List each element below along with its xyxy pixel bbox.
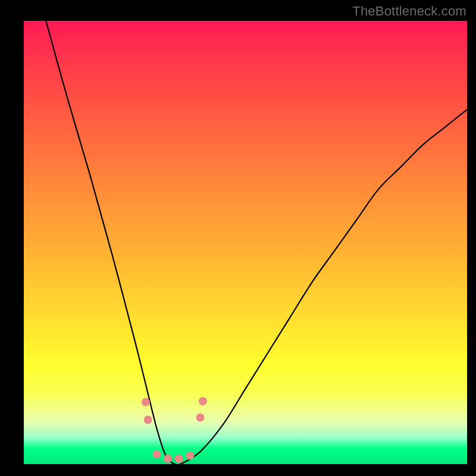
- highlight-marker: [186, 452, 194, 460]
- highlight-marker: [142, 398, 150, 406]
- chart-svg: [24, 21, 467, 464]
- bottleneck-curve-path: [46, 21, 467, 464]
- chart-area: [24, 21, 467, 464]
- highlight-markers-group: [142, 397, 207, 463]
- watermark-text: TheBottleneck.com: [352, 4, 466, 19]
- highlight-marker: [144, 416, 152, 424]
- highlight-marker: [164, 455, 172, 463]
- highlight-marker: [196, 414, 205, 422]
- highlight-marker: [199, 397, 207, 405]
- highlight-marker: [175, 455, 183, 463]
- highlight-marker: [153, 450, 161, 459]
- outer-frame: TheBottleneck.com: [0, 0, 476, 476]
